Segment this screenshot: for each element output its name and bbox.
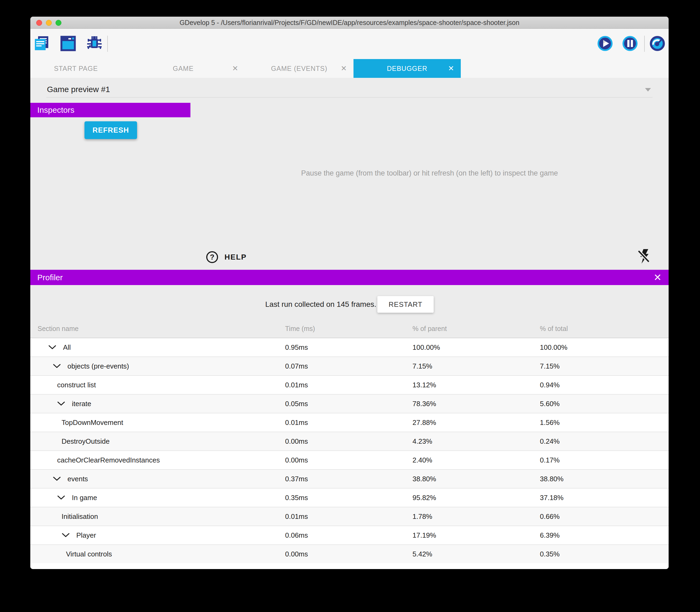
profiler-row-topdownmovement[interactable]: TopDownMovement0.01ms27.88%1.56%: [30, 413, 669, 432]
chevron-down-icon[interactable]: [53, 364, 61, 368]
section-name-cell: TopDownMovement: [30, 418, 285, 427]
scene-window-icon[interactable]: [60, 36, 76, 51]
debugger-panel: Game preview #1 Inspectors REFRESH Pause…: [30, 78, 669, 270]
time-cell: 0.95ms: [285, 343, 413, 352]
profiler-row-objects-pre-events-[interactable]: objects (pre-events)0.07ms7.15%7.15%: [30, 357, 669, 375]
percent-of-total-cell: 38.80%: [540, 475, 669, 483]
profiler-row-cacheorclearremovedinstances[interactable]: cacheOrClearRemovedInstances0.00ms2.40%0…: [30, 450, 669, 469]
flash-off-icon[interactable]: [637, 249, 652, 264]
pause-hint-message: Pause the game (from the toolbar) or hit…: [190, 169, 669, 178]
chevron-down-icon[interactable]: [53, 476, 61, 481]
profiler-panel: Profiler ✕ Last run collected on 145 fra…: [30, 270, 669, 569]
time-cell: 0.07ms: [285, 362, 413, 371]
minimize-window-button[interactable]: [46, 20, 52, 26]
profiler-row-destroyoutside[interactable]: DestroyOutside0.00ms4.23%0.24%: [30, 432, 669, 450]
profiler-row-all[interactable]: All0.95ms100.00%100.00%: [30, 338, 669, 357]
toolbar-divider: [107, 36, 108, 52]
section-name-cell: construct list: [30, 381, 285, 389]
section-name: iterate: [72, 400, 91, 408]
restart-button[interactable]: RESTART: [377, 296, 434, 313]
column-header-time: Time (ms): [285, 325, 413, 333]
profiler-row-player[interactable]: Player0.06ms17.19%6.39%: [30, 526, 669, 544]
tab-label: GAME: [173, 65, 194, 72]
section-name: Player: [76, 531, 96, 540]
percent-of-parent-cell: 78.36%: [413, 400, 540, 408]
column-header-percent-total: % of total: [540, 325, 669, 333]
game-preview-selector[interactable]: Game preview #1: [47, 85, 110, 94]
zoom-window-button[interactable]: [56, 20, 61, 26]
toolbar: [30, 29, 669, 59]
play-icon[interactable]: [597, 36, 613, 51]
section-name-cell: Virtual controls: [30, 550, 285, 558]
time-cell: 0.01ms: [285, 381, 413, 389]
section-name: construct list: [57, 381, 96, 389]
pause-icon[interactable]: [622, 36, 638, 51]
inspectors-header: Inspectors: [30, 103, 190, 117]
percent-of-total-cell: 37.18%: [540, 493, 669, 502]
chevron-down-icon[interactable]: [57, 495, 65, 500]
percent-of-parent-cell: 7.15%: [413, 362, 540, 371]
time-cell: 0.01ms: [285, 418, 413, 427]
percent-of-total-cell: 5.60%: [540, 400, 669, 408]
percent-of-parent-cell: 4.23%: [413, 437, 540, 446]
time-cell: 0.00ms: [285, 456, 413, 464]
percent-of-total-cell: 0.17%: [540, 456, 669, 464]
section-name: Initialisation: [62, 512, 98, 521]
window-title: GDevelop 5 - /Users/florianrival/Project…: [180, 19, 519, 27]
tab-label: GAME (EVENTS): [271, 65, 327, 72]
chevron-down-icon[interactable]: [645, 88, 651, 92]
time-cell: 0.06ms: [285, 531, 413, 540]
tab-close-icon[interactable]: ✕: [232, 65, 239, 72]
profiler-close-icon[interactable]: ✕: [654, 273, 662, 282]
section-name: In game: [72, 493, 97, 502]
chevron-down-icon[interactable]: [57, 401, 65, 406]
close-window-button[interactable]: [36, 20, 42, 26]
percent-of-parent-cell: 2.40%: [413, 456, 540, 464]
column-header-section-name: Section name: [30, 325, 285, 333]
section-name: events: [68, 475, 88, 483]
time-cell: 0.35ms: [285, 493, 413, 502]
section-name: objects (pre-events): [68, 362, 129, 371]
percent-of-parent-cell: 1.78%: [413, 512, 540, 521]
profiler-row-virtual-controls[interactable]: Virtual controls0.00ms5.42%0.35%: [30, 544, 669, 563]
project-manager-icon[interactable]: [34, 36, 50, 51]
tab-game[interactable]: GAME ✕: [122, 59, 245, 78]
percent-of-parent-cell: 95.82%: [413, 493, 540, 502]
percent-of-parent-cell: 38.80%: [413, 475, 540, 483]
tab-debugger[interactable]: DEBUGGER ✕: [354, 59, 461, 78]
section-name-cell: events: [30, 475, 285, 483]
tab-close-icon[interactable]: ✕: [341, 65, 347, 72]
section-name: All: [63, 343, 71, 352]
section-name: DestroyOutside: [62, 437, 110, 446]
time-cell: 0.01ms: [285, 512, 413, 521]
section-name-cell: objects (pre-events): [30, 362, 285, 371]
profiler-row-in-game[interactable]: In game0.35ms95.82%37.18%: [30, 488, 669, 507]
toolbar-divider: [644, 36, 645, 52]
section-name-cell: iterate: [30, 400, 285, 408]
profiler-row-events[interactable]: events0.37ms38.80%38.80%: [30, 469, 669, 488]
section-name-cell: Initialisation: [30, 512, 285, 521]
percent-of-parent-cell: 27.88%: [413, 418, 540, 427]
tab-close-icon[interactable]: ✕: [448, 65, 454, 72]
percent-of-total-cell: 1.56%: [540, 418, 669, 427]
profiler-row-construct-list[interactable]: construct list0.01ms13.12%0.94%: [30, 375, 669, 394]
profiler-row-initialisation[interactable]: Initialisation0.01ms1.78%0.66%: [30, 507, 669, 526]
percent-of-parent-cell: 100.00%: [413, 343, 540, 352]
time-cell: 0.00ms: [285, 437, 413, 446]
divider: [46, 97, 653, 98]
section-name-cell: cacheOrClearRemovedInstances: [30, 456, 285, 464]
chevron-down-icon[interactable]: [62, 533, 70, 538]
tab-game-events[interactable]: GAME (EVENTS) ✕: [245, 59, 354, 78]
section-name-cell: Player: [30, 531, 285, 540]
profiler-gauge-icon[interactable]: [649, 36, 665, 51]
percent-of-total-cell: 0.94%: [540, 381, 669, 389]
profiler-row-iterate[interactable]: iterate0.05ms78.36%5.60%: [30, 394, 669, 413]
chevron-down-icon[interactable]: [48, 345, 56, 350]
tab-start-page[interactable]: START PAGE: [30, 59, 122, 78]
app-window: GDevelop 5 - /Users/florianrival/Project…: [30, 17, 669, 569]
tab-label: DEBUGGER: [387, 65, 427, 72]
time-cell: 0.37ms: [285, 475, 413, 483]
debugger-bug-icon[interactable]: [87, 36, 102, 51]
refresh-button[interactable]: REFRESH: [85, 121, 137, 139]
help-button[interactable]: ? HELP: [206, 251, 247, 263]
